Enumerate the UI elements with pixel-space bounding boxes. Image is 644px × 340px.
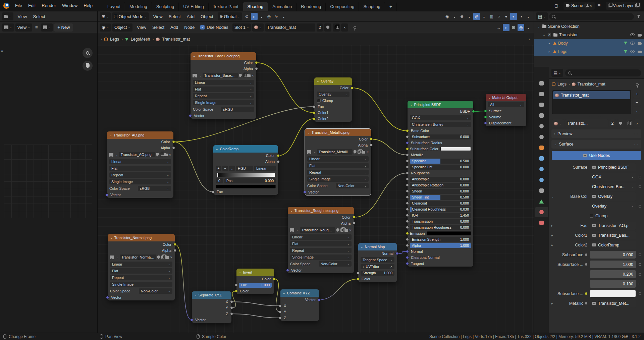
input-socket-fac[interactable] [212, 190, 215, 193]
color-swatch-emission[interactable] [427, 231, 471, 235]
output-socket-color[interactable] [351, 87, 354, 90]
add-slot-button[interactable]: + [633, 90, 641, 98]
menu-sh-node[interactable]: Node [181, 22, 198, 33]
collapse-node-icon[interactable]: ⌄ [109, 133, 112, 137]
node-select-ggx[interactable]: GGX⌄ [410, 115, 471, 120]
position-field[interactable]: Pos0.000 [224, 178, 276, 183]
duplicate-icon[interactable] [340, 228, 343, 232]
node-overlay[interactable]: ⌄OverlayColorOverlay⌄ClampFacColor1Color… [314, 77, 352, 122]
value-slider-strength[interactable]: Strength1.000 [361, 271, 394, 276]
menu-left-view[interactable]: View [15, 11, 30, 21]
value-slider-transmission[interactable]: Transmission0.000 [410, 219, 471, 224]
fake-user-icon[interactable] [157, 256, 160, 259]
input-socket-z[interactable] [279, 317, 282, 320]
input-socket-clearcoat[interactable] [406, 202, 409, 205]
image-editor-type-button[interactable]: ⌄ [2, 23, 14, 32]
node-select-linear[interactable]: Linear⌄ [110, 262, 172, 267]
input-socket-surface[interactable] [484, 110, 487, 113]
value-field[interactable]: 1.000 [590, 261, 636, 268]
menu-file[interactable]: File [12, 0, 25, 11]
view-layer-selector[interactable]: View Layer [606, 2, 641, 10]
node-select-tangent-space[interactable]: Tangent Space⌄ [361, 257, 394, 263]
node-select-linear[interactable]: Linear⌄ [290, 234, 352, 240]
expand-panel-icon[interactable]: » [1, 48, 3, 53]
output-socket-x[interactable] [230, 300, 233, 303]
node-select-linear[interactable]: Linear⌄ [307, 156, 369, 162]
scene-selector[interactable]: Scene × [564, 2, 595, 10]
material-slot-list[interactable]: Transistor_mat [552, 90, 631, 114]
visibility-caret-icon[interactable]: ⌄ [451, 13, 458, 20]
select-ggx[interactable]: GGX⌄ [590, 173, 636, 181]
unlink-image-icon[interactable]: × [252, 73, 254, 77]
node-header[interactable]: ⌄Combine XYZ [280, 289, 319, 297]
falloff-curve-icon[interactable]: ∿ [273, 13, 280, 20]
clear-uv-icon[interactable]: × [390, 265, 392, 269]
value-slider-specular[interactable]: Specular0.500 [410, 159, 471, 164]
output-socket-vector[interactable] [318, 298, 321, 301]
node-header[interactable]: ⌄Transistor_Roughness.png [288, 207, 354, 214]
output-socket-color[interactable] [173, 243, 176, 246]
breadcrumb-object[interactable]: Legs [557, 82, 567, 87]
input-socket-color1[interactable] [313, 111, 316, 114]
node-select-flat[interactable]: Flat⌄ [109, 166, 171, 171]
menu-sh-select[interactable]: Select [149, 22, 167, 33]
new-material-button[interactable] [626, 119, 633, 127]
input-socket-vector[interactable] [286, 269, 289, 272]
pan-gizmo[interactable] [83, 61, 93, 71]
output-socket-normal[interactable] [395, 252, 398, 255]
output-socket-color[interactable] [172, 140, 175, 144]
node-header[interactable]: ⌄Material Output [486, 94, 526, 101]
node-link-button-transistor-ao-p[interactable]: Transistor_AO.p [590, 222, 636, 230]
node-select-single-image[interactable]: Single Image⌄ [109, 179, 171, 184]
breadcrumb-item-legs[interactable]: Legs [110, 37, 119, 42]
input-socket-sheen[interactable] [406, 190, 409, 193]
node-header[interactable]: ⌄Normal Map [358, 243, 397, 250]
duplicate-icon[interactable] [358, 150, 361, 154]
value-slider-specular-tint[interactable]: Specular Tint0.000 [410, 165, 471, 170]
input-socket-normal[interactable] [406, 250, 409, 253]
node-link-button-colorramp[interactable]: ColorRamp [590, 241, 636, 249]
hide-in-viewport-icon[interactable] [630, 50, 635, 53]
value-slider-fac[interactable]: Fac1.000 [239, 283, 272, 288]
use-nodes-button[interactable]: Use Nodes [552, 151, 641, 160]
node-link-button-overlay[interactable]: Overlay [590, 192, 636, 201]
node-header[interactable]: ⌄Separate XYZ [192, 291, 231, 299]
expander-icon[interactable]: ⌄ [537, 25, 541, 28]
value-slider-clearcoat[interactable]: Clearcoat0.000 [410, 201, 471, 206]
menu-vp-object[interactable]: Object [198, 11, 216, 21]
image-name[interactable]: Transistor_AO.png [119, 152, 155, 157]
open-image-icon[interactable] [247, 74, 251, 77]
properties-tab-particles[interactable] [535, 164, 548, 174]
node-header[interactable]: ⌄Transistor_Metallic.png [305, 129, 371, 136]
node-normalmap[interactable]: ⌄Normal MapNormalTangent Space⌄●UVTritor… [358, 243, 397, 282]
input-socket-roughness[interactable] [406, 172, 409, 175]
properties-tab-view-layer[interactable] [535, 111, 548, 120]
input-socket-alpha[interactable] [406, 244, 409, 247]
node-header[interactable]: ⌄Transistor_BaseColor.png [191, 52, 256, 60]
input-socket-fac[interactable] [313, 105, 316, 108]
material-users-button[interactable]: 2 [609, 119, 616, 127]
properties-tab-object-data[interactable] [535, 196, 548, 206]
value-slider-anisotropic-rotation[interactable]: Anisotropic Rotation0.000 [410, 183, 471, 188]
outliner-filter-icon[interactable] [635, 13, 642, 20]
node-header[interactable]: ⌄Principled BSDF [408, 101, 473, 108]
expander-icon[interactable]: ▸ [547, 50, 551, 53]
delete-scene-icon[interactable]: × [589, 4, 592, 8]
color-swatch[interactable] [216, 185, 276, 188]
input-socket-volume[interactable] [484, 116, 487, 119]
input-socket-specular[interactable] [406, 160, 409, 163]
browse-image-icon[interactable]: ⌄ [116, 256, 119, 259]
expander-icon[interactable]: ▸ [551, 302, 553, 305]
overlays-caret-icon[interactable]: ⌄ [481, 13, 487, 20]
fake-user-icon[interactable] [336, 228, 339, 232]
expander-icon[interactable]: ⌄ [542, 33, 546, 37]
menu-sh-add[interactable]: Add [167, 22, 181, 33]
properties-tab-output[interactable] [535, 100, 548, 110]
outliner-search-input[interactable] [549, 13, 634, 20]
open-image-icon[interactable] [344, 229, 348, 232]
breadcrumb-item-transistor-mat[interactable]: Transistor_mat [162, 37, 190, 42]
slot-specials-button[interactable]: ⌄ [633, 107, 641, 114]
properties-tab-physics[interactable] [535, 175, 548, 185]
output-socket-y[interactable] [230, 306, 233, 309]
node-select-srgb[interactable]: sRGB⌄ [221, 107, 254, 112]
